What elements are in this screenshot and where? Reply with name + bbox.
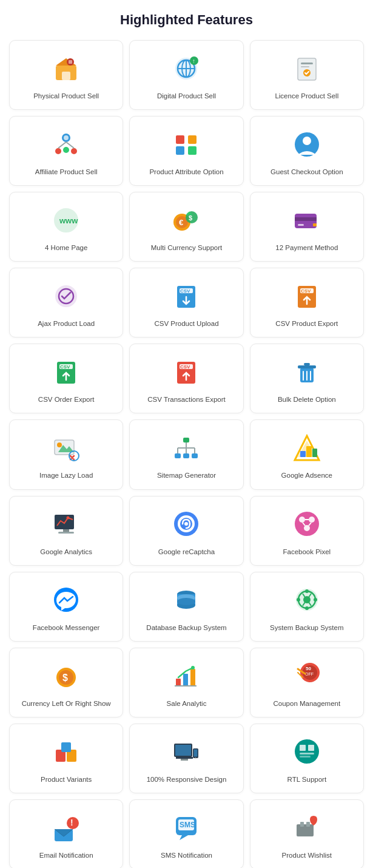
svg-rect-130 [308,745,314,751]
email-notification-label: Email Notification [39,850,93,860]
svg-rect-126 [194,750,198,757]
product-attribute-option-icon [170,127,203,161]
page-container: Highlighted Features Physical Product Se… [0,0,373,868]
svg-text:CSV: CSV [180,364,190,370]
svg-text:$: $ [62,673,68,683]
feature-card-csv-order-export: CSV CSV Order Export [9,344,123,413]
affiliate-product-sell-label: Affiliate Product Sell [35,167,98,177]
svg-rect-124 [181,759,188,761]
svg-point-22 [63,147,69,153]
svg-text:CSV: CSV [301,288,311,294]
svg-rect-122 [175,745,191,756]
svg-rect-26 [188,146,197,155]
svg-rect-67 [183,453,189,458]
svg-rect-109 [176,679,181,686]
product-wishlist-label: Product Wishlist [282,850,332,860]
rtl-support-label: RTL Support [287,775,327,784]
svg-point-113 [191,666,195,670]
feature-card-csv-transactions-export: CSV CSV Transactions Export [129,344,243,413]
4-home-page-label: 4 Home Page [45,243,87,253]
feature-card-csv-product-export: CSV CSV Product Export [250,268,364,337]
svg-rect-56 [298,365,316,368]
svg-point-19 [71,148,77,154]
google-recaptcha-icon [170,507,203,541]
responsive-design-label: 100% Responsive Design [147,775,227,784]
svg-text:!: ! [70,818,73,827]
bulk-delete-option-label: Bulk Delete Option [278,395,336,404]
svg-rect-143 [306,822,310,827]
svg-text:€: € [179,218,183,227]
svg-point-85 [184,522,188,526]
svg-point-63 [57,442,62,447]
svg-point-128 [295,739,319,764]
product-variants-icon [50,735,83,768]
svg-rect-57 [304,363,310,365]
sale-analytic-label: Sale Analytic [167,699,207,708]
product-wishlist-icon [290,811,323,844]
facebook-pixel-label: Facebook Pixel [283,547,331,557]
svg-rect-13 [301,63,313,64]
digital-product-sell-label: Digital Product Sell [157,91,216,101]
svg-point-17 [64,135,69,140]
svg-rect-24 [188,135,197,144]
4-home-page-icon: www [50,203,83,237]
svg-point-87 [299,517,305,523]
feature-card-affiliate-product-sell: Affiliate Product Sell [9,116,123,186]
feature-card-coupon-management: 50 OFF Coupon Management [250,648,364,717]
svg-rect-141 [297,824,314,836]
feature-card-multi-currency-support: € $ Multi Currency Support [129,192,243,262]
feature-card-facebook-pixel: Facebook Pixel [250,496,364,566]
svg-rect-38 [298,224,304,226]
svg-text:$: $ [189,214,192,222]
feature-card-licence-product-sell: Licence Product Sell [250,40,364,110]
system-backup-icon [290,583,323,617]
svg-rect-129 [300,745,306,751]
svg-text:SMS: SMS [180,821,195,829]
svg-rect-131 [300,753,314,754]
feature-card-product-wishlist: Product Wishlist [250,799,364,868]
svg-rect-77 [312,449,317,457]
feature-card-system-backup: System Backup System [250,572,364,642]
svg-point-18 [55,148,61,154]
svg-text:OFF: OFF [305,672,314,676]
google-recaptcha-label: Google reCaptcha [158,547,215,557]
facebook-messenger-icon [50,583,83,617]
csv-order-export-label: CSV Order Export [38,395,95,404]
feature-card-google-analytics: Google Analytics [9,496,123,566]
svg-point-104 [297,598,300,602]
feature-card-responsive-design: 100% Responsive Design [129,724,243,793]
svg-rect-23 [176,135,184,144]
page-title: Highlighted Features [9,12,364,28]
svg-rect-120 [61,742,71,752]
svg-rect-111 [190,669,195,686]
csv-order-export-icon: CSV [50,355,83,388]
licence-product-sell-icon [290,52,323,85]
feature-card-sale-analytic: Sale Analytic [129,648,243,717]
feature-card-physical-product-sell: Physical Product Sell [9,40,123,110]
database-backup-icon [170,583,203,617]
feature-card-email-notification: ! Email Notification [9,799,123,868]
licence-product-sell-label: Licence Product Sell [275,91,338,101]
affiliate-product-sell-icon [50,127,83,161]
svg-rect-123 [176,757,193,759]
multi-currency-support-label: Multi Currency Support [151,243,223,253]
feature-card-sms-notification: SMS SMS Notification [129,799,243,868]
coupon-management-label: Coupon Management [274,699,341,708]
feature-card-guest-checkout-option: Guest Checkout Option [250,116,364,186]
svg-rect-40 [313,223,317,226]
sms-notification-label: SMS Notification [161,850,212,860]
csv-product-export-label: CSV Product Export [275,319,338,328]
google-adsense-label: Google Adsence [281,470,332,480]
feature-card-facebook-messenger: Facebook Messenger [9,572,123,642]
sms-notification-icon: SMS [170,811,203,844]
product-attribute-option-label: Product Attribute Option [149,167,223,177]
svg-text:www: www [59,216,78,225]
guest-checkout-option-icon [290,127,323,161]
feature-card-sitemap-generator: Sitemap Generator [129,419,243,489]
svg-point-102 [305,589,309,593]
svg-rect-78 [55,515,74,529]
feature-card-bulk-delete-option: Bulk Delete Option [250,344,364,413]
multi-currency-support-icon: € $ [170,203,203,237]
svg-text:↑: ↑ [192,58,195,64]
csv-product-upload-icon: CSV [170,279,203,313]
